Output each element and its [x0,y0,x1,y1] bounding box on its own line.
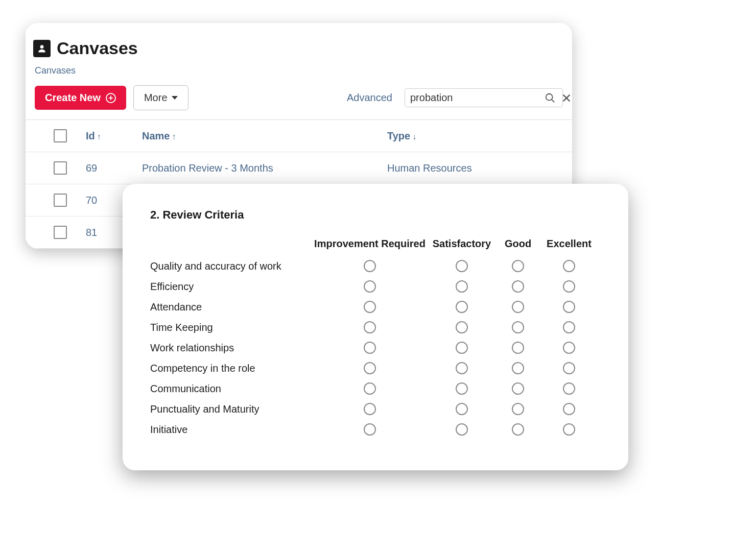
rating-radio[interactable] [563,321,575,333]
criteria-row: Initiative [150,419,601,440]
criteria-label: Quality and accuracy of work [150,260,314,272]
rating-radio[interactable] [456,403,468,415]
canvases-icon [33,40,51,57]
criteria-row: Competency in the role [150,358,601,378]
criteria-header: Improvement Required Satisfactory Good E… [150,234,601,256]
rating-radio[interactable] [563,301,575,313]
rating-radio[interactable] [456,342,468,354]
criteria-table: Improvement Required Satisfactory Good E… [150,234,601,440]
section-title: 2. Review Criteria [150,208,601,222]
criteria-row: Work relationships [150,338,601,358]
review-panel: 2. Review Criteria Improvement Required … [123,184,628,470]
create-new-button[interactable]: Create New + [35,86,126,110]
toolbar: Create New + More Advanced [26,85,572,119]
row-checkbox[interactable] [54,161,67,175]
rating-radio[interactable] [512,280,524,293]
cell-name: Probation Review - 3 Months [142,162,387,174]
rating-header: Satisfactory [426,238,498,250]
rating-radio[interactable] [364,301,376,313]
search-icon[interactable] [545,92,556,104]
rating-radio[interactable] [364,280,376,293]
page-title: Canvases [57,38,138,58]
rating-radio[interactable] [456,362,468,374]
rating-radio[interactable] [563,382,575,395]
cell-type: Human Resources [387,162,563,174]
criteria-label: Punctuality and Maturity [150,403,314,415]
rating-header: Excellent [538,238,600,250]
search-wrap [405,88,563,107]
criteria-row: Time Keeping [150,317,601,338]
row-checkbox[interactable] [54,226,67,239]
select-all-checkbox[interactable] [54,129,67,142]
criteria-label: Work relationships [150,342,314,354]
cell-id: 69 [86,162,142,174]
table-header: Id↑ Name↑ Type↓ [26,120,572,152]
caret-down-icon [172,96,178,100]
svg-line-2 [552,100,554,102]
col-header-id[interactable]: Id↑ [86,130,142,142]
rating-radio[interactable] [456,260,468,272]
rating-radio[interactable] [563,260,575,272]
criteria-label: Time Keeping [150,322,314,333]
criteria-row: Punctuality and Maturity [150,399,601,419]
rating-radio[interactable] [512,301,524,313]
breadcrumb[interactable]: Canvases [26,58,572,85]
search-input[interactable] [410,92,539,104]
rating-radio[interactable] [364,321,376,333]
rating-radio[interactable] [563,423,575,436]
rating-radio[interactable] [456,301,468,313]
rating-radio[interactable] [563,403,575,415]
sort-up-icon: ↑ [97,132,101,141]
rating-radio[interactable] [512,403,524,415]
plus-icon: + [106,93,116,103]
criteria-row: Attendance [150,297,601,317]
rating-radio[interactable] [364,362,376,374]
col-header-name[interactable]: Name↑ [142,130,387,142]
rating-radio[interactable] [563,280,575,293]
rating-radio[interactable] [512,342,524,354]
rating-radio[interactable] [563,342,575,354]
more-button[interactable]: More [133,85,188,110]
sort-up-icon: ↑ [172,132,176,141]
rating-radio[interactable] [512,321,524,333]
create-new-label: Create New [45,92,101,104]
rating-radio[interactable] [512,382,524,395]
rating-radio[interactable] [456,280,468,293]
rating-radio[interactable] [456,423,468,436]
rating-radio[interactable] [512,260,524,272]
criteria-row: Efficiency [150,276,601,297]
row-checkbox[interactable] [54,194,67,207]
more-label: More [144,92,168,104]
rating-radio[interactable] [364,260,376,272]
rating-radio[interactable] [364,342,376,354]
svg-point-1 [546,93,553,100]
criteria-label: Communication [150,383,314,395]
rating-radio[interactable] [456,321,468,333]
rating-radio[interactable] [563,362,575,374]
rating-header: Improvement Required [314,238,426,250]
clear-search-icon[interactable] [561,92,572,104]
criteria-label: Competency in the role [150,363,314,374]
rating-radio[interactable] [512,362,524,374]
criteria-label: Attendance [150,301,314,313]
criteria-label: Efficiency [150,281,314,293]
criteria-row: Quality and accuracy of work [150,256,601,276]
sort-down-icon: ↓ [412,132,416,141]
advanced-link[interactable]: Advanced [347,92,392,104]
page-header: Canvases [26,38,572,58]
svg-point-0 [40,45,44,49]
rating-radio[interactable] [364,423,376,436]
rating-radio[interactable] [456,382,468,395]
rating-radio[interactable] [512,423,524,436]
rating-radio[interactable] [364,403,376,415]
col-header-type[interactable]: Type↓ [387,130,563,142]
rating-header: Good [498,238,538,250]
criteria-row: Communication [150,378,601,399]
criteria-label: Initiative [150,424,314,436]
rating-radio[interactable] [364,382,376,395]
table-row[interactable]: 69 Probation Review - 3 Months Human Res… [26,152,572,184]
